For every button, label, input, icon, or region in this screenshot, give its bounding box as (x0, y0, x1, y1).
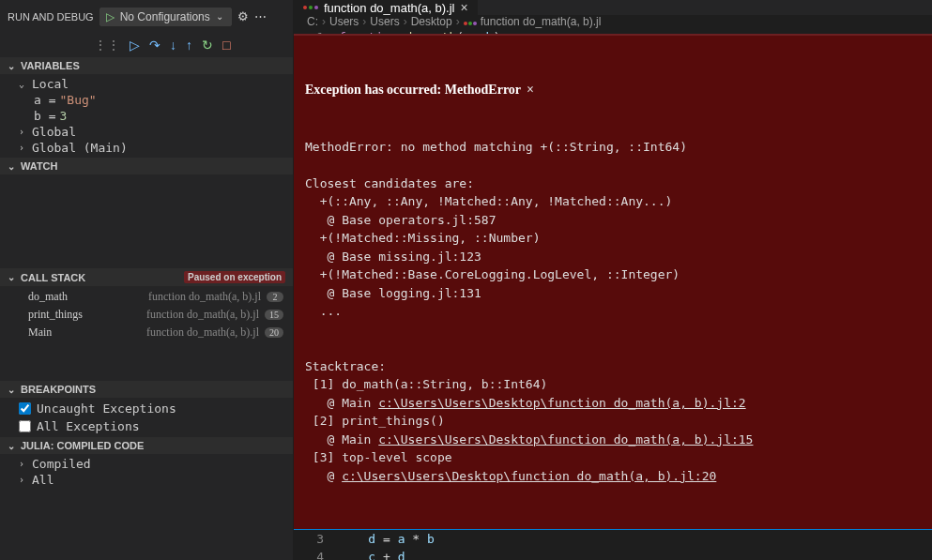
close-icon[interactable]: × (527, 83, 534, 97)
julia-body: ›Compiled ›All (0, 454, 293, 490)
breakpoint-item[interactable]: Uncaught Exceptions (0, 400, 293, 417)
chevron-down-icon: ⌄ (8, 161, 17, 172)
julia-compiled[interactable]: ›Compiled (0, 456, 293, 472)
var-a[interactable]: a = "Bug" (0, 92, 293, 108)
chevron-down-icon: ⌄ (8, 272, 17, 282)
exception-title: Exception has occurred: MethodError× (305, 80, 921, 99)
stop-icon[interactable]: □ (222, 38, 230, 53)
continue-icon[interactable]: ▷ (130, 38, 140, 53)
julia-header[interactable]: ⌄ JULIA: COMPILED CODE (0, 437, 293, 454)
chevron-down-icon: ⌄ (216, 11, 225, 22)
variables-body: ⌄Local a = "Bug" b = 3 ›Global ›Global (… (0, 74, 293, 158)
breakpoints-header[interactable]: ⌄ BREAKPOINTS (0, 381, 293, 398)
scope-global-main[interactable]: ›Global (Main) (0, 140, 293, 156)
tab-bar: function do_math(a, b).jl × (294, 0, 932, 15)
breadcrumb[interactable]: C:›Users›Users›Desktop›function do_math(… (294, 15, 932, 28)
breakpoint-item[interactable]: All Exceptions (0, 417, 293, 435)
stack-frame[interactable]: print_thingsfunction do_math(a, b).jl15 (0, 306, 293, 324)
stack-frame[interactable]: Mainfunction do_math(a, b).jl20 (0, 324, 293, 341)
stack-frame[interactable]: do_mathfunction do_math(a, b).jl2 (0, 288, 293, 306)
scope-local[interactable]: ⌄Local (0, 76, 293, 92)
tab-title: function do_math(a, b).jl (324, 1, 454, 15)
variables-header[interactable]: ⌄ VARIABLES (0, 57, 293, 74)
chevron-down-icon: ⌄ (8, 441, 17, 451)
debug-toolbar: ⋮⋮ ▷ ↷ ↓ ↑ ↻ □ (0, 33, 293, 57)
step-out-icon[interactable]: ↑ (186, 38, 192, 53)
close-icon[interactable]: × (460, 0, 467, 15)
drag-handle-icon[interactable]: ⋮⋮ (94, 38, 120, 53)
restart-icon[interactable]: ↻ (202, 38, 213, 53)
chevron-down-icon: ⌄ (8, 61, 17, 71)
play-icon: ▷ (106, 10, 115, 23)
debug-topbar: RUN AND DEBUG ▷ No Configurations ⌄ ⚙ ⋯ (0, 0, 293, 33)
watch-body (0, 174, 293, 268)
watch-header[interactable]: ⌄ WATCH (0, 158, 293, 174)
chevron-down-icon: ⌄ (8, 385, 17, 395)
breakpoints-body: Uncaught ExceptionsAll Exceptions (0, 398, 293, 437)
config-label: No Configurations (120, 10, 210, 23)
tab-file[interactable]: function do_math(a, b).jl × (294, 0, 479, 15)
more-icon[interactable]: ⋯ (254, 9, 267, 23)
breakpoint-checkbox[interactable] (19, 420, 31, 432)
paused-badge: Paused on exception (184, 271, 285, 283)
exception-widget: Exception has occurred: MethodError× Met… (294, 34, 932, 531)
scope-global[interactable]: ›Global (0, 124, 293, 140)
code-line[interactable]: 4 c + d (294, 548, 932, 560)
exception-body: MethodError: no method matching +(::Stri… (305, 138, 921, 486)
config-dropdown[interactable]: ▷ No Configurations ⌄ (99, 8, 232, 26)
gear-icon[interactable]: ⚙ (237, 9, 249, 23)
var-b[interactable]: b = 3 (0, 108, 293, 124)
step-over-icon[interactable]: ↷ (149, 38, 160, 53)
julia-all[interactable]: ›All (0, 472, 293, 488)
callstack-header[interactable]: ⌄ CALL STACK Paused on exception (0, 268, 293, 286)
julia-icon (303, 6, 318, 9)
callstack-body: do_mathfunction do_math(a, b).jl2print_t… (0, 286, 293, 343)
step-into-icon[interactable]: ↓ (170, 38, 176, 53)
debug-sidebar: RUN AND DEBUG ▷ No Configurations ⌄ ⚙ ⋯ … (0, 0, 294, 560)
editor-pane: function do_math(a, b).jl × C:›Users›Use… (294, 0, 932, 560)
code-line[interactable]: 3 d = a * b (294, 530, 932, 548)
breakpoint-checkbox[interactable] (19, 402, 31, 415)
code-area-below[interactable]: 3 d = a * b4 c + d5end67function print_t… (294, 530, 932, 560)
run-debug-title: RUN AND DEBUG (8, 11, 94, 23)
